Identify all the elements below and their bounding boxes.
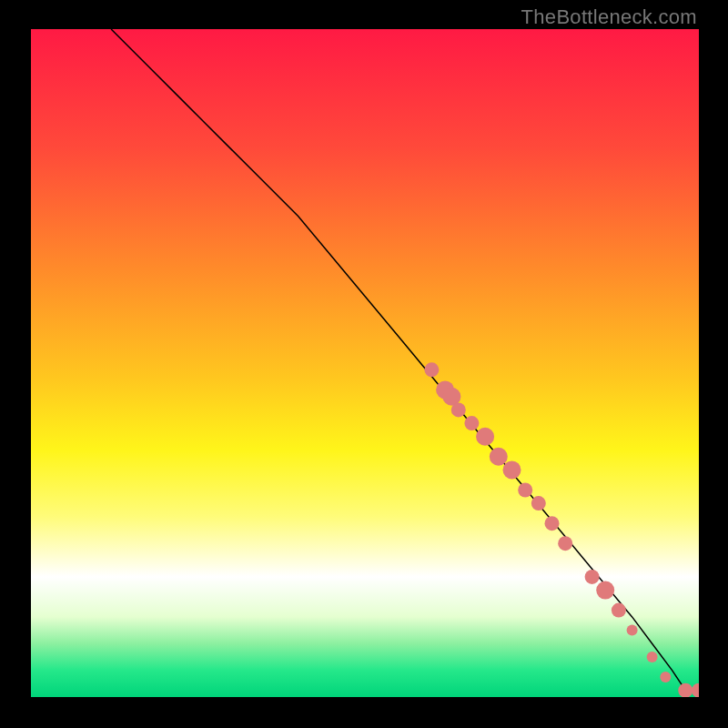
data-point — [660, 672, 671, 682]
chart-svg — [31, 29, 699, 697]
data-point — [612, 603, 626, 618]
data-point — [692, 683, 699, 697]
data-point — [518, 483, 532, 498]
watermark-text: TheBottleneck.com — [521, 5, 697, 29]
data-point — [424, 362, 439, 377]
data-point — [503, 460, 521, 479]
chart-points — [424, 362, 699, 697]
data-point — [545, 516, 560, 531]
data-point — [464, 416, 479, 430]
data-point — [476, 428, 494, 446]
data-point — [585, 570, 600, 584]
data-point — [678, 683, 693, 697]
data-point — [531, 496, 546, 511]
chart-plot-area — [31, 29, 699, 697]
data-point — [490, 448, 508, 466]
data-point — [647, 652, 658, 662]
data-point — [627, 625, 638, 636]
data-point — [596, 581, 614, 600]
data-point — [451, 402, 466, 417]
data-point — [558, 536, 572, 551]
